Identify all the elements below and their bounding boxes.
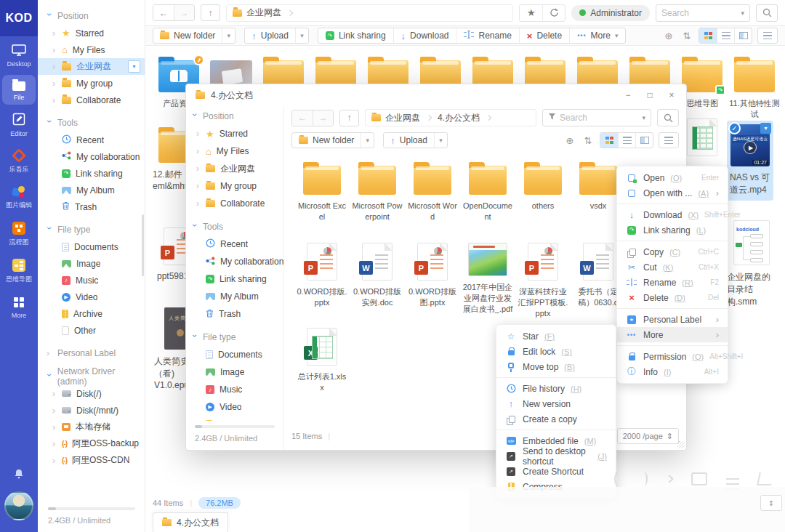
rail-item-more[interactable]: More bbox=[2, 291, 36, 323]
upload-dropdown[interactable]: ▾ bbox=[434, 133, 447, 148]
nav-section-file-type[interactable]: ›File type bbox=[38, 221, 145, 238]
context-menu-item-personal-label[interactable]: ★Personal Label› bbox=[617, 312, 728, 327]
download-button[interactable]: ↓Download bbox=[394, 28, 457, 43]
context-menu-item-link-sharing[interactable]: ↷Link sharing(L) bbox=[617, 222, 728, 238]
sidebar-item-oss-backup[interactable]: ›(-)阿里OSS-backup bbox=[38, 435, 145, 452]
link-sharing-button[interactable]: ↷Link sharing bbox=[318, 28, 394, 43]
grid-item-smm-file[interactable]: kodcloud 企业网盘的目录结构.smm bbox=[727, 220, 776, 308]
grid-view-button[interactable] bbox=[600, 133, 618, 148]
breadcrumb-item[interactable]: 企业网盘 bbox=[371, 112, 420, 124]
search-input[interactable] bbox=[560, 113, 638, 123]
context-menu-item-permission[interactable]: Permission(Q)Alt+Shift+I bbox=[617, 349, 728, 364]
forward-button[interactable]: → bbox=[174, 5, 194, 20]
context-menu-item-more[interactable]: •••More› bbox=[617, 327, 728, 342]
sidebar-item-link-sharing[interactable]: ↷Link sharing bbox=[186, 270, 283, 288]
grid-item-features-folder[interactable]: 11.其他特性测试 bbox=[728, 60, 781, 120]
zoom-icon[interactable]: ⊕ bbox=[662, 31, 675, 41]
list-view-button[interactable] bbox=[618, 133, 635, 148]
search-input[interactable] bbox=[661, 8, 737, 18]
rename-button[interactable]: Rename bbox=[456, 28, 519, 43]
folder-item-word[interactable]: Microsoft Word bbox=[405, 166, 460, 222]
resize-handle[interactable] bbox=[677, 441, 685, 448]
sidebar-item-collaborate[interactable]: ›Collaborate bbox=[186, 195, 283, 212]
sidebar-item-oss-cdn[interactable]: ›(-)阿里OSS-CDN bbox=[38, 452, 145, 469]
sidebar-item-music[interactable]: ♪Music bbox=[38, 272, 145, 289]
file-item-pptx[interactable]: P深蓝科技行业汇报PPT模板.pptx bbox=[515, 243, 571, 319]
sidebar-item-starred[interactable]: ›★Starred bbox=[186, 125, 283, 142]
sidebar-item-music[interactable]: ♪Music bbox=[186, 381, 283, 398]
context-menu-item-copy[interactable]: Copy(C)Ctrl+C bbox=[617, 244, 728, 259]
upload-button[interactable]: ↑Upload ▾ bbox=[244, 28, 309, 44]
new-folder-button[interactable]: New folder ▾ bbox=[153, 28, 236, 44]
sidebar-item-documents[interactable]: Documents bbox=[186, 346, 283, 363]
nav-scrollbar[interactable] bbox=[142, 214, 144, 276]
file-item-pptx[interactable]: P0.WORD排版图.pptx bbox=[405, 243, 460, 319]
sort-icon[interactable]: ⇅ bbox=[581, 135, 595, 146]
context-menu-item-delete[interactable]: ×Delete(D)Del bbox=[617, 290, 728, 305]
sidebar-item-my-album[interactable]: My Album bbox=[38, 182, 145, 198]
kod-logo[interactable]: KOD bbox=[0, 0, 38, 36]
sidebar-item-my-files[interactable]: ›⌂My Files bbox=[38, 41, 145, 58]
submenu-item-create-copy[interactable]: Create a copy bbox=[496, 411, 616, 427]
sidebar-item-collaborate[interactable]: ›Collaborate bbox=[38, 92, 145, 108]
item-dropdown-button[interactable]: ▾ bbox=[760, 123, 771, 134]
sidebar-item-archive[interactable]: Archive bbox=[38, 305, 145, 322]
rail-item-lewule[interactable]: 乐吾乐 bbox=[2, 145, 36, 178]
maximize-icon[interactable]: □ bbox=[645, 90, 655, 100]
breadcrumb-item[interactable]: 4.办公文档 bbox=[438, 112, 480, 124]
zoom-icon[interactable]: ⊕ bbox=[563, 135, 576, 146]
upload-button[interactable]: ↑Upload ▾ bbox=[383, 132, 448, 148]
grid-view-button[interactable] bbox=[699, 28, 717, 43]
page-size-select-partial[interactable]: ⇕ bbox=[760, 495, 782, 511]
file-item-doc[interactable]: W0.WORD排版实例.doc bbox=[350, 243, 405, 319]
new-folder-button[interactable]: New folder ▾ bbox=[291, 132, 374, 148]
sidebar-item-video[interactable]: ▶Video bbox=[186, 398, 283, 416]
folder-item-excel[interactable]: Microsoft Excel bbox=[294, 166, 350, 222]
sidebar-item-my-collaboration[interactable]: My collaboration bbox=[38, 148, 145, 165]
sidebar-item-trash[interactable]: Trash bbox=[186, 305, 283, 323]
nav-section-network-driver[interactable]: ›Network Driver (admin) bbox=[38, 368, 145, 385]
submenu-item-send-desktop-shortcut[interactable]: ↗Send to desktop shortcut(J) bbox=[496, 448, 616, 464]
search-button[interactable] bbox=[756, 4, 778, 22]
folder-item-others[interactable]: others bbox=[515, 166, 571, 222]
page-size-select[interactable]: 2000 /page ⇕ bbox=[617, 428, 679, 444]
detail-panel-toggle[interactable] bbox=[659, 132, 679, 148]
minimize-icon[interactable]: − bbox=[623, 90, 633, 100]
sidebar-item-other[interactable]: Other bbox=[38, 322, 145, 339]
chevron-down-icon[interactable]: ▾ bbox=[741, 9, 744, 17]
nav-section-personal-label[interactable]: ›Personal Label bbox=[38, 344, 145, 362]
refresh-icon[interactable] bbox=[542, 5, 565, 21]
grid-item-video-selected[interactable]: ✓ ▾ 选NAS还是可道云 ▶ 01:27 NAS vs 可道云.mp4 bbox=[727, 121, 773, 201]
back-button[interactable]: ← bbox=[292, 110, 313, 126]
file-item-pdf[interactable]: 2017年中国企业网盘行业发展白皮书_.pdf bbox=[460, 243, 515, 319]
search-button[interactable] bbox=[657, 109, 679, 126]
rail-item-mindmap[interactable]: 思维导图 bbox=[2, 254, 36, 288]
new-folder-dropdown[interactable]: ▾ bbox=[361, 133, 374, 148]
sidebar-item-documents[interactable]: Documents bbox=[38, 238, 145, 255]
sidebar-item-my-group[interactable]: ›My group bbox=[38, 75, 145, 92]
taskbar-tab[interactable]: 4.办公文档 bbox=[153, 512, 228, 532]
sidebar-item-my-album[interactable]: My Album bbox=[186, 288, 283, 305]
sidebar-item-disk-mnt[interactable]: ›Disk(/mnt/) bbox=[38, 402, 145, 419]
file-item-xlsx[interactable]: X总计列表1.xlsx bbox=[294, 328, 350, 393]
filter-icon[interactable] bbox=[548, 113, 556, 123]
back-button[interactable]: ← bbox=[153, 5, 174, 20]
forward-button[interactable]: → bbox=[313, 110, 333, 126]
notification-bell-icon[interactable] bbox=[14, 469, 24, 481]
up-button[interactable]: ↑ bbox=[339, 110, 359, 126]
nav-section-file-type[interactable]: ›File type bbox=[186, 329, 283, 346]
context-menu-item-open[interactable]: Open(O)Enter bbox=[617, 170, 728, 185]
sidebar-item-enterprise-drive[interactable]: ›企业网盘 bbox=[186, 160, 283, 177]
breadcrumb-item[interactable]: 企业网盘 bbox=[233, 7, 281, 19]
submenu-item-star[interactable]: ☆Star(F) bbox=[496, 329, 616, 344]
nav-section-tools[interactable]: ›Tools bbox=[186, 218, 283, 235]
avatar[interactable] bbox=[4, 491, 33, 520]
sidebar-item-local-storage[interactable]: ›本地存储 bbox=[38, 419, 145, 435]
close-icon[interactable]: × bbox=[667, 90, 677, 100]
sidebar-item-recent[interactable]: Recent bbox=[186, 235, 283, 253]
sidebar-item-my-group[interactable]: ›My group bbox=[186, 177, 283, 195]
submenu-item-create-shortcut[interactable]: ↗Create Shortcut bbox=[496, 464, 616, 479]
submenu-item-new-version[interactable]: ↑New version bbox=[496, 396, 616, 411]
user-badge[interactable]: Administrator bbox=[571, 5, 650, 21]
nav-section-position[interactable]: ›Position bbox=[38, 7, 145, 25]
